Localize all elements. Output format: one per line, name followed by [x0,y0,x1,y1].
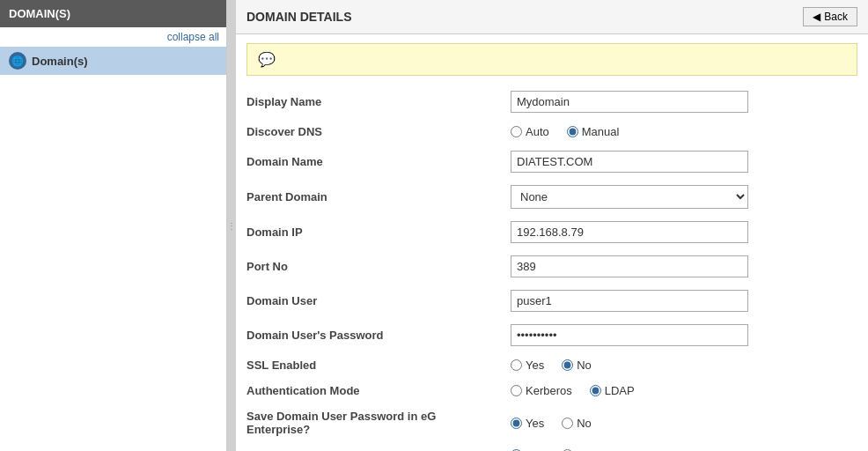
ssl-yes-radio[interactable] [511,359,522,371]
domain-password-control [511,324,857,346]
sidebar-item-domains[interactable]: 🌐 Domain(s) [0,47,226,75]
auth-mode-label: Authentication Mode [246,384,511,397]
domain-ip-input[interactable] [511,221,748,243]
save-password-row: Save Domain User Password in eG Enterpri… [246,403,857,442]
domain-password-row: Domain User's Password [246,318,857,352]
discover-dns-control: Auto Manual [511,125,857,138]
auth-kerberos-option[interactable]: Kerberos [511,384,572,397]
auth-kerberos-radio[interactable] [511,385,522,396]
domain-name-row: Domain Name [246,144,857,179]
sidebar-collapse-row: collapse all [0,27,226,47]
port-no-row: Port No [246,249,857,284]
auth-ldap-radio[interactable] [590,385,601,396]
ssl-enabled-control: Yes No [511,359,857,372]
form-area: Display Name Discover DNS Auto Manual D [236,85,868,451]
ssl-enabled-row: SSL Enabled Yes No [246,352,857,378]
save-password-label: Save Domain User Password in eG Enterpri… [246,410,511,436]
domain-user-input[interactable] [511,290,748,312]
domain-ip-label: Domain IP [246,226,511,239]
parent-domain-row: Parent Domain None [246,179,857,215]
discover-dns-label: Discover DNS [246,125,511,138]
display-name-label: Display Name [246,95,511,108]
save-password-control: Yes No [511,417,857,430]
discover-dns-row: Discover DNS Auto Manual [246,119,857,144]
parent-domain-select[interactable]: None [511,185,748,209]
auth-ldap-option[interactable]: LDAP [590,384,635,397]
save-password-yes-radio[interactable] [511,418,522,429]
ssl-no-radio[interactable] [562,359,573,371]
domain-password-label: Domain User's Password [246,329,511,342]
save-password-no-radio[interactable] [562,418,573,429]
port-no-input[interactable] [511,255,748,277]
display-name-control [511,91,857,113]
domain-icon: 🌐 [9,52,26,70]
ssl-yes-option[interactable]: Yes [511,359,544,372]
domain-user-row: Domain User [246,284,857,318]
domain-name-input[interactable] [511,151,748,173]
sidebar: DOMAIN(S) collapse all 🌐 Domain(s) [0,0,227,451]
domain-ip-row: Domain IP [246,215,857,249]
collapse-all-link[interactable]: collapse all [167,31,219,43]
discover-dns-auto-radio[interactable] [511,126,522,137]
domain-name-control [511,151,857,173]
info-bar: 💬 [246,43,857,76]
parent-domain-label: Parent Domain [246,190,511,203]
domain-password-input[interactable] [511,324,748,346]
sidebar-item-label: Domain(s) [32,55,88,68]
info-icon: 💬 [258,51,276,68]
domain-name-label: Domain Name [246,155,511,168]
resize-handle[interactable]: ⋮ [227,0,236,451]
main-header: DOMAIN DETAILS ◀ Back [236,0,868,34]
auth-mode-row: Authentication Mode Kerberos LDAP [246,378,857,403]
parent-domain-control: None [511,185,857,209]
domain-user-control [511,290,857,312]
port-no-control [511,255,857,277]
page-title: DOMAIN DETAILS [246,10,352,24]
discover-dns-auto-option[interactable]: Auto [511,125,549,138]
discover-dns-manual-radio[interactable] [567,126,578,137]
discover-dns-manual-option[interactable]: Manual [567,125,620,138]
ssl-enabled-label: SSL Enabled [246,359,511,372]
domain-user-label: Domain User [246,294,511,307]
ssl-no-option[interactable]: No [562,359,592,372]
display-name-input[interactable] [511,91,748,113]
port-no-label: Port No [246,260,511,273]
default-domain-row: Set as default domain for login? Yes No [246,442,857,451]
auth-mode-control: Kerberos LDAP [511,384,857,397]
display-name-row: Display Name [246,85,857,119]
main-content: DOMAIN DETAILS ◀ Back 💬 Display Name Dis… [236,0,868,451]
sidebar-header: DOMAIN(S) [0,0,226,27]
save-password-no-option[interactable]: No [562,417,592,430]
domain-ip-control [511,221,857,243]
back-button[interactable]: ◀ Back [803,7,857,26]
save-password-yes-option[interactable]: Yes [511,417,544,430]
sidebar-header-title: DOMAIN(S) [9,7,70,20]
